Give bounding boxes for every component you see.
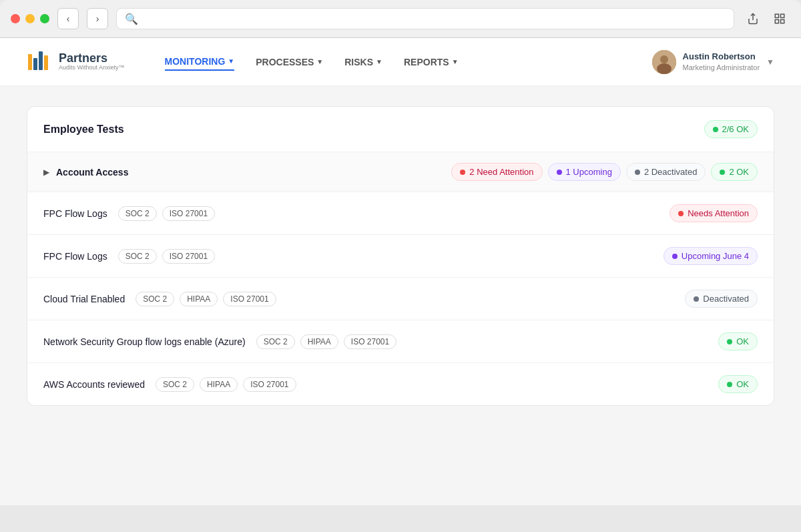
share-button[interactable] — [742, 8, 764, 29]
status-badge: Deactivated — [685, 290, 758, 308]
svg-point-10 — [660, 55, 668, 63]
chevron-down-icon: ▼ — [376, 58, 382, 65]
attention-dot-icon — [678, 211, 684, 216]
account-access-section: ▶ Account Access 2 Need Attention 1 Upco… — [27, 152, 774, 192]
test-tags: SOC 2 ISO 27001 — [118, 249, 663, 264]
ok-count-badge: 2 OK — [711, 163, 758, 181]
logo-area: Partners Audits Without Anxiety™ — [27, 49, 125, 75]
svg-rect-8 — [44, 55, 48, 70]
tag-hipaa: HIPAA — [300, 334, 338, 349]
svg-rect-3 — [781, 20, 784, 23]
svg-rect-5 — [28, 54, 32, 70]
user-info: Austin Robertson Marketing Administrator — [683, 51, 760, 72]
tag-iso27001: ISO 27001 — [344, 334, 396, 349]
logo-name: Partners — [59, 52, 125, 65]
svg-rect-2 — [781, 14, 784, 17]
top-nav: Partners Audits Without Anxiety™ MONITOR… — [0, 38, 801, 86]
test-row[interactable]: Cloud Trial Enabled SOC 2 HIPAA ISO 2700… — [27, 278, 774, 320]
test-status: Upcoming June 4 — [663, 247, 758, 265]
test-tags: SOC 2 HIPAA ISO 27001 — [256, 334, 719, 349]
nav-item-processes[interactable]: PROCESSES ▼ — [256, 53, 323, 71]
test-tags: SOC 2 HIPAA ISO 27001 — [156, 377, 718, 392]
main-content: Employee Tests 2/6 OK ▶ Account Access 2… — [0, 86, 801, 426]
attention-dot-icon — [460, 170, 465, 175]
chevron-down-icon: ▼ — [316, 58, 323, 65]
svg-rect-6 — [33, 58, 37, 70]
deactivated-count-badge: 2 Deactivated — [626, 163, 706, 181]
close-button[interactable] — [11, 14, 20, 23]
svg-point-11 — [657, 63, 672, 74]
tag-soc2: SOC 2 — [118, 206, 157, 221]
user-dropdown-icon[interactable]: ▼ — [766, 57, 774, 67]
test-status: OK — [718, 375, 758, 393]
logo-tagline: Audits Without Anxiety™ — [59, 65, 125, 71]
upcoming-dot-icon — [672, 254, 678, 259]
card-header: Employee Tests 2/6 OK — [27, 107, 774, 152]
tag-iso27001: ISO 27001 — [243, 377, 296, 392]
nav-item-reports[interactable]: REPORTS ▼ — [404, 53, 459, 71]
minimize-button[interactable] — [25, 14, 35, 23]
tag-soc2: SOC 2 — [256, 334, 295, 349]
logo-text: Partners Audits Without Anxiety™ — [59, 52, 125, 72]
browser-chrome: ‹ › 🔍 — [0, 0, 801, 38]
test-tags: SOC 2 ISO 27001 — [118, 206, 670, 221]
tag-hipaa: HIPAA — [180, 292, 218, 306]
page-wrapper: Partners Audits Without Anxiety™ MONITOR… — [0, 38, 801, 505]
upcoming-count-badge: 1 Upcoming — [548, 163, 621, 181]
test-status: OK — [718, 332, 758, 350]
status-badge: Upcoming June 4 — [663, 247, 758, 265]
attention-count-badge: 2 Need Attention — [451, 163, 542, 181]
overall-status-badge: 2/6 OK — [704, 120, 758, 138]
logo-icon — [27, 49, 53, 75]
svg-rect-7 — [39, 51, 43, 70]
deactivated-dot-icon — [694, 296, 699, 302]
ok-dot-icon — [713, 127, 718, 132]
test-tags: SOC 2 HIPAA ISO 27001 — [136, 292, 685, 306]
ok-dot-icon — [727, 339, 732, 344]
test-name: Network Security Group flow logs enable … — [43, 336, 246, 347]
status-badge: OK — [718, 375, 758, 393]
avatar — [652, 50, 676, 74]
svg-rect-1 — [775, 14, 778, 17]
chevron-down-icon: ▼ — [452, 58, 459, 65]
section-pills: 2 Need Attention 1 Upcoming 2 Deactivate… — [451, 163, 758, 181]
section-name: Account Access — [56, 167, 451, 178]
main-nav: MONITORING ▼ PROCESSES ▼ RISKS ▼ REPORTS… — [165, 53, 652, 71]
nav-item-risks[interactable]: RISKS ▼ — [344, 53, 382, 71]
window-button[interactable] — [769, 8, 790, 29]
status-badge: OK — [718, 332, 758, 350]
test-status: Deactivated — [685, 290, 758, 308]
ok-dot-icon — [727, 382, 732, 387]
traffic-lights — [11, 14, 49, 23]
tag-soc2: SOC 2 — [136, 292, 174, 306]
forward-button[interactable]: › — [87, 8, 108, 29]
back-button[interactable]: ‹ — [57, 8, 79, 29]
test-name: Cloud Trial Enabled — [43, 294, 125, 304]
ok-dot-icon — [720, 170, 725, 175]
test-name: FPC Flow Logs — [43, 251, 107, 262]
tag-iso27001: ISO 27001 — [223, 292, 276, 306]
upcoming-dot-icon — [557, 170, 562, 175]
employee-tests-card: Employee Tests 2/6 OK ▶ Account Access 2… — [27, 106, 774, 406]
browser-actions — [742, 8, 790, 29]
test-status: Needs Attention — [670, 204, 758, 222]
test-name: FPC Flow Logs — [43, 208, 107, 219]
user-area[interactable]: Austin Robertson Marketing Administrator… — [652, 50, 774, 74]
card-title: Employee Tests — [43, 123, 124, 136]
maximize-button[interactable] — [40, 14, 49, 23]
tag-iso27001: ISO 27001 — [162, 249, 215, 264]
tag-hipaa: HIPAA — [200, 377, 238, 392]
test-row[interactable]: FPC Flow Logs SOC 2 ISO 27001 Upcoming J… — [27, 235, 774, 278]
deactivated-dot-icon — [635, 170, 640, 175]
section-toggle-icon[interactable]: ▶ — [43, 168, 49, 177]
nav-item-monitoring[interactable]: MONITORING ▼ — [165, 53, 235, 71]
tag-soc2: SOC 2 — [118, 249, 157, 264]
status-badge: Needs Attention — [670, 204, 758, 222]
tag-iso27001: ISO 27001 — [162, 206, 215, 221]
test-row[interactable]: Network Security Group flow logs enable … — [27, 320, 774, 363]
test-row[interactable]: AWS Accounts reviewed SOC 2 HIPAA ISO 27… — [27, 363, 774, 405]
svg-rect-4 — [775, 20, 778, 23]
test-row[interactable]: FPC Flow Logs SOC 2 ISO 27001 Needs Atte… — [27, 192, 774, 235]
address-bar[interactable]: 🔍 — [116, 8, 734, 29]
user-role: Marketing Administrator — [683, 63, 760, 72]
